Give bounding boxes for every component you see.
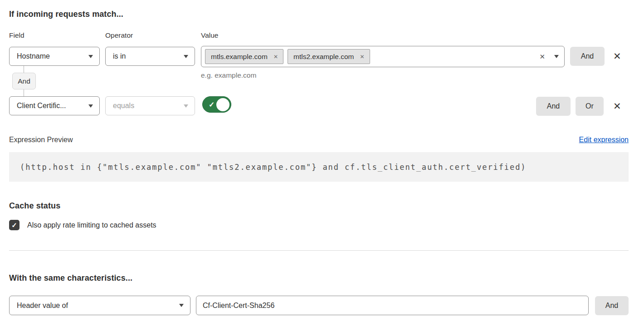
match-heading: If incoming requests match... bbox=[9, 10, 123, 19]
operator-select[interactable]: is in bbox=[105, 47, 195, 66]
toggle-knob bbox=[216, 98, 229, 111]
and-connector-button[interactable]: And bbox=[12, 73, 36, 89]
field-select[interactable]: Hostname bbox=[9, 47, 100, 66]
chevron-down-icon bbox=[88, 55, 93, 58]
operator-select-disabled: equals bbox=[105, 96, 195, 115]
value-column-label: Value bbox=[201, 31, 219, 40]
rule-builder-page: If incoming requests match... Field Oper… bbox=[0, 0, 644, 327]
operator-column-label: Operator bbox=[105, 31, 133, 40]
operator-select-value: is in bbox=[113, 52, 126, 60]
field-select-value: Client Certific... bbox=[17, 102, 66, 110]
connector-line bbox=[24, 66, 24, 73]
expression-code: (http.host in {"mtls.example.com" "mtls2… bbox=[20, 163, 526, 172]
characteristic-select[interactable]: Header value of bbox=[9, 296, 190, 315]
and-button[interactable]: And bbox=[570, 47, 605, 66]
tag-remove-icon[interactable]: ✕ bbox=[273, 54, 278, 60]
field-select-value: Hostname bbox=[17, 52, 50, 60]
section-divider bbox=[9, 250, 629, 251]
characteristics-heading: With the same characteristics... bbox=[9, 273, 132, 283]
expression-code-block: (http.host in {"mtls.example.com" "mtls2… bbox=[9, 152, 629, 182]
value-tag-label: mtls.example.com bbox=[211, 53, 268, 61]
remove-condition-icon[interactable]: ✕ bbox=[613, 101, 621, 111]
toggle-switch[interactable]: ✓ bbox=[202, 96, 231, 113]
cached-assets-label: Also apply rate limiting to cached asset… bbox=[27, 221, 156, 229]
chevron-down-icon bbox=[184, 55, 188, 58]
connector-line bbox=[24, 89, 24, 96]
tag-remove-icon[interactable]: ✕ bbox=[360, 54, 364, 60]
and-button[interactable]: And bbox=[536, 97, 571, 116]
value-tag-label: mtls2.example.com bbox=[293, 53, 354, 61]
cache-status-heading: Cache status bbox=[9, 201, 60, 211]
check-icon: ✓ bbox=[11, 221, 17, 229]
value-multiselect[interactable]: mtls.example.com ✕ mtls2.example.com ✕ ✕ bbox=[201, 46, 565, 67]
field-select[interactable]: Client Certific... bbox=[9, 96, 100, 115]
value-tag: mtls.example.com ✕ bbox=[205, 49, 283, 64]
or-button[interactable]: Or bbox=[576, 97, 604, 116]
remove-condition-icon[interactable]: ✕ bbox=[613, 51, 621, 61]
value-helper-text: e.g. example.com bbox=[201, 71, 256, 79]
chevron-down-icon[interactable] bbox=[554, 55, 559, 58]
value-tag: mtls2.example.com ✕ bbox=[288, 49, 370, 64]
operator-select-value: equals bbox=[113, 102, 134, 110]
header-name-input[interactable] bbox=[196, 296, 589, 315]
chevron-down-icon bbox=[88, 104, 93, 108]
field-column-label: Field bbox=[9, 31, 24, 40]
check-icon: ✓ bbox=[209, 100, 215, 109]
and-button[interactable]: And bbox=[595, 296, 629, 315]
edit-expression-link[interactable]: Edit expression bbox=[579, 136, 629, 144]
characteristic-select-value: Header value of bbox=[17, 302, 68, 310]
chevron-down-icon bbox=[179, 304, 184, 307]
chevron-down-icon bbox=[184, 104, 188, 108]
clear-values-icon[interactable]: ✕ bbox=[539, 53, 545, 61]
expression-preview-label: Expression Preview bbox=[9, 136, 73, 144]
value-tag-list: mtls.example.com ✕ mtls2.example.com ✕ bbox=[205, 49, 539, 64]
cached-assets-checkbox[interactable]: ✓ bbox=[9, 220, 20, 230]
